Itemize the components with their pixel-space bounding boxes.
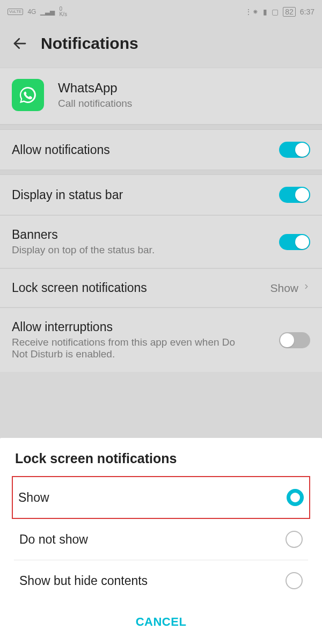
status-bar-row[interactable]: Display in status bar (0, 175, 322, 215)
whatsapp-icon (12, 79, 44, 111)
option-hide-contents-radio[interactable] (286, 572, 303, 589)
option-do-not-show[interactable]: Do not show (14, 519, 308, 560)
interruptions-subtitle: Receive notifications from this app even… (12, 336, 248, 360)
lock-screen-value: Show (270, 282, 298, 295)
page-header: Notifications (0, 24, 322, 68)
battery-icon: ▮ (263, 8, 267, 16)
data-speed: 0K/s (59, 6, 67, 17)
bluetooth-icon: ⋮⁕ (245, 8, 259, 16)
option-do-not-show-radio[interactable] (286, 531, 303, 548)
status-bar: VoLTE 4G ▁▃▅ 0K/s ⋮⁕ ▮ ▢ 82 6:37 (0, 0, 322, 24)
option-show[interactable]: Show (13, 477, 309, 518)
allow-notifications-toggle[interactable] (279, 142, 310, 158)
status-bar-label: Display in status bar (12, 188, 279, 202)
network-type: 4G (27, 8, 36, 16)
banners-row[interactable]: Banners Display on top of the status bar… (0, 215, 322, 268)
option-do-not-show-label: Do not show (19, 532, 88, 547)
option-show-radio[interactable] (287, 489, 304, 506)
banners-toggle[interactable] (279, 234, 310, 250)
vibrate-icon: ▢ (272, 8, 279, 16)
page-title: Notifications (41, 34, 138, 53)
clock: 6:37 (300, 8, 314, 16)
chevron-right-icon (303, 281, 310, 295)
interruptions-label: Allow interruptions (12, 320, 279, 334)
app-name: WhatsApp (58, 80, 132, 96)
back-button[interactable] (11, 34, 29, 53)
banners-label: Banners (12, 228, 279, 242)
dialog-title: Lock screen notifications (0, 451, 322, 476)
battery-percent: 82 (283, 7, 296, 17)
app-subtitle: Call notifications (58, 98, 132, 109)
status-bar-toggle[interactable] (279, 187, 310, 203)
interruptions-row[interactable]: Allow interruptions Receive notification… (0, 308, 322, 372)
lock-screen-label: Lock screen notifications (12, 281, 270, 295)
option-show-label: Show (18, 491, 49, 505)
signal-icon: ▁▃▅ (40, 8, 55, 16)
highlight-annotation: Show (12, 476, 310, 519)
banners-subtitle: Display on top of the status bar. (12, 244, 248, 256)
allow-notifications-row[interactable]: Allow notifications (0, 130, 322, 170)
app-info-row: WhatsApp Call notifications (0, 68, 322, 125)
allow-notifications-label: Allow notifications (12, 143, 279, 157)
volte-badge: VoLTE (8, 9, 23, 15)
cancel-button[interactable]: CANCEL (136, 615, 187, 628)
interruptions-toggle[interactable] (279, 332, 310, 348)
lock-screen-row[interactable]: Lock screen notifications Show (0, 268, 322, 308)
lock-screen-dialog: Lock screen notifications Show Do not sh… (0, 438, 322, 644)
option-hide-contents-label: Show but hide contents (19, 574, 148, 588)
arrow-left-icon (12, 35, 28, 52)
option-hide-contents[interactable]: Show but hide contents (14, 560, 308, 601)
